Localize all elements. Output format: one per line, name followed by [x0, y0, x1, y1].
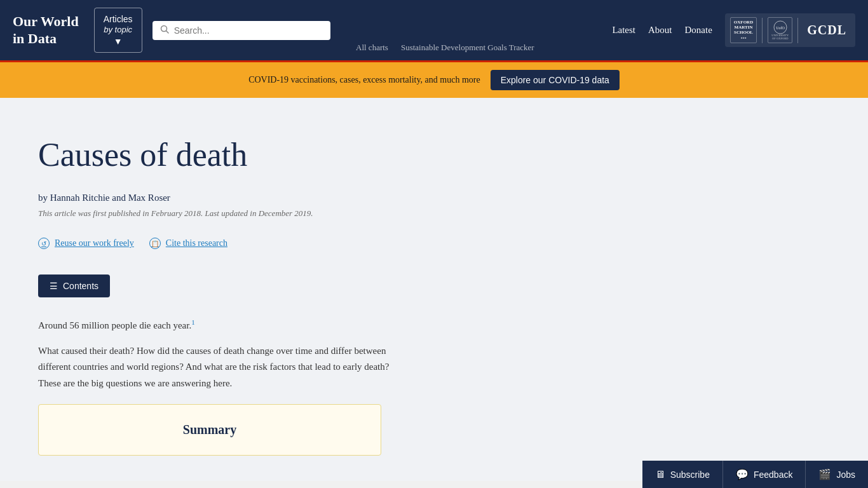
partner-logos: OXFORD MARTIN SCHOOL ●●● UofO UNIVERSITY… [725, 13, 855, 48]
explore-covid-button[interactable]: Explore our COVID-19 data [491, 70, 620, 90]
feedback-label: Feedback [754, 470, 792, 480]
action-links: ↺ Reuse our work freely 📋 Cite this rese… [38, 238, 830, 249]
feedback-icon: 💬 [736, 468, 749, 480]
intro-paragraph-1: Around 56 million people die each year.1 [38, 316, 394, 334]
logo-divider2 [797, 18, 798, 43]
summary-title: Summary [57, 423, 363, 437]
jobs-label: Jobs [836, 470, 855, 480]
nav-about[interactable]: About [648, 25, 672, 36]
covid-banner-text: COVID-19 vaccinations, cases, excess mor… [248, 75, 480, 85]
svg-line-1 [166, 30, 168, 33]
cite-label: Cite this research [166, 238, 227, 248]
sdg-tracker-link[interactable]: Sustainable Development Goals Tracker [401, 43, 534, 53]
footnote-ref-1[interactable]: 1 [191, 318, 195, 326]
reuse-icon: ↺ [38, 238, 50, 249]
search-icon [160, 25, 169, 36]
main-nav: Latest About Donate [612, 25, 712, 36]
oxford-university-logo: UofO UNIVERSITYOF OXFORD [768, 17, 792, 44]
oxford-martin-logo: OXFORD MARTIN SCHOOL ●●● [730, 17, 757, 43]
author-prefix: by [38, 193, 50, 203]
jobs-icon: 🎬 [818, 468, 831, 480]
covid-banner: COVID-19 vaccinations, cases, excess mor… [0, 62, 868, 98]
svg-text:UofO: UofO [776, 26, 785, 30]
search-input[interactable] [174, 25, 323, 36]
search-bar [153, 21, 330, 40]
nav-latest[interactable]: Latest [612, 25, 635, 36]
reuse-label: Reuse our work freely [55, 238, 134, 248]
reuse-work-link[interactable]: ↺ Reuse our work freely [38, 238, 134, 249]
site-header: Our World in Data Articles by topic ▼ La… [0, 0, 868, 60]
subscribe-button[interactable]: 🖥 Subscribe [642, 461, 723, 488]
article-title: Causes of death [38, 136, 830, 173]
intro-paragraph-2: What caused their death? How did the cau… [38, 343, 394, 392]
logo-divider [762, 18, 763, 43]
sub-nav: All charts Sustainable Development Goals… [356, 43, 534, 53]
contents-button[interactable]: ☰ Contents [38, 274, 110, 297]
main-content: Causes of death by Hannah Ritchie and Ma… [0, 98, 868, 481]
chevron-down-icon: ▼ [114, 36, 123, 47]
nav-donate[interactable]: Donate [685, 25, 712, 36]
gcdl-logo: GCDL [807, 23, 846, 37]
feedback-button[interactable]: 💬 Feedback [723, 461, 806, 488]
subscribe-icon: 🖥 [655, 469, 665, 480]
cite-research-link[interactable]: 📋 Cite this research [149, 238, 227, 249]
author-line: by Hannah Ritchie and Max Roser [38, 193, 830, 203]
summary-box: Summary [38, 404, 381, 456]
cite-icon: 📋 [149, 238, 161, 249]
articles-label: Articles [104, 13, 133, 25]
contents-label: Contents [63, 281, 98, 291]
bottom-bar: 🖥 Subscribe 💬 Feedback 🎬 Jobs [642, 461, 868, 488]
article-authors: Hannah Ritchie and Max Roser [50, 193, 170, 203]
subscribe-label: Subscribe [670, 470, 710, 480]
by-topic-label: by topic [104, 25, 132, 36]
articles-by-topic-button[interactable]: Articles by topic ▼ [94, 8, 142, 53]
site-logo[interactable]: Our World in Data [13, 13, 79, 47]
jobs-button[interactable]: 🎬 Jobs [806, 461, 868, 488]
contents-icon: ☰ [50, 281, 58, 291]
all-charts-link[interactable]: All charts [356, 43, 388, 53]
pub-date: This article was first published in Febr… [38, 208, 830, 219]
